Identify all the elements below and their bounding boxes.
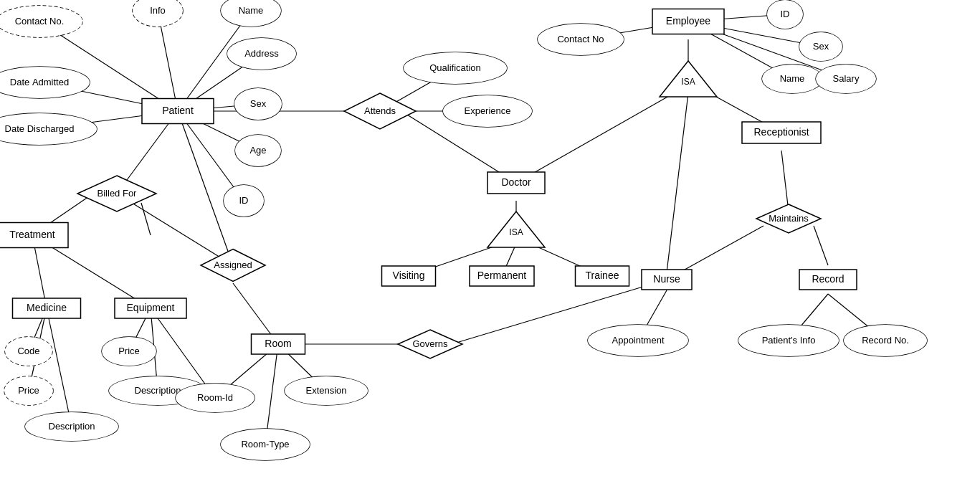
- er-diagram-canvas: [0, 0, 980, 504]
